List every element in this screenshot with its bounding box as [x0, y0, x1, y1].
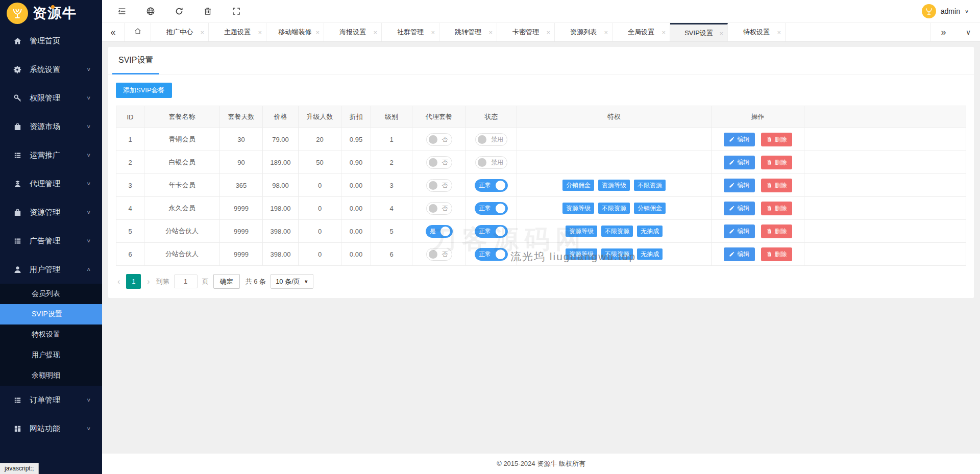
per-page-select[interactable]: 10 条/页 ∨	[271, 274, 313, 289]
privilege-badge: 资源等级	[598, 180, 630, 191]
tab-poster-settings[interactable]: 海报设置×	[324, 23, 382, 41]
agent-toggle[interactable]: 否	[426, 248, 452, 261]
tab-community-management[interactable]: 社群管理×	[382, 23, 439, 41]
column-header: 套餐名称	[144, 106, 220, 128]
chevron-down-icon: ∨	[86, 397, 91, 403]
status-toggle[interactable]: 正常	[475, 225, 508, 238]
sidebar-item-privilege-settings[interactable]: 特权设置	[0, 325, 102, 345]
edit-button[interactable]: 编辑	[724, 247, 755, 261]
close-icon[interactable]: ×	[662, 29, 666, 36]
edit-button[interactable]: 编辑	[724, 156, 755, 169]
refresh-icon[interactable]	[175, 7, 184, 16]
tab-card-key-management[interactable]: 卡密管理×	[497, 23, 555, 41]
sidebar-item-operation-promotion[interactable]: 运营推广∨	[0, 141, 102, 169]
topbar: admin ∨	[102, 0, 980, 22]
close-icon[interactable]: ×	[546, 29, 550, 36]
sidebar-item-site-features[interactable]: 网站功能∨	[0, 414, 102, 443]
edit-button[interactable]: 编辑	[724, 133, 755, 146]
sidebar-item-ad-management[interactable]: 广告管理∨	[0, 227, 102, 255]
close-icon[interactable]: ×	[719, 30, 723, 36]
sidebar-item-member-list[interactable]: 会员列表	[0, 284, 102, 304]
close-icon[interactable]: ×	[200, 29, 204, 36]
sidebar-item-resource-management[interactable]: 资源管理∨	[0, 198, 102, 227]
goto-page-input[interactable]	[174, 275, 198, 288]
tab-jump-management[interactable]: 跳转管理×	[439, 23, 497, 41]
confirm-page-button[interactable]: 确定	[213, 274, 240, 289]
sidebar-item-user-withdraw[interactable]: 用户提现	[0, 345, 102, 365]
tab-privilege-settings[interactable]: 特权设置×	[728, 23, 786, 41]
edit-button[interactable]: 编辑	[724, 224, 755, 238]
prev-page-button[interactable]: ‹	[116, 278, 121, 286]
agent-toggle[interactable]: 是	[426, 225, 453, 238]
globe-icon[interactable]	[146, 7, 155, 16]
agent-toggle[interactable]: 否	[426, 202, 452, 215]
cell-price: 98.00	[263, 174, 299, 197]
pencil-icon	[729, 205, 735, 211]
sidebar-item-permission-management[interactable]: 权限管理∨	[0, 84, 102, 112]
delete-button[interactable]: 删除	[761, 133, 792, 146]
delete-button[interactable]: 删除	[761, 224, 792, 238]
status-toggle[interactable]: 禁用	[475, 133, 507, 146]
sidebar-item-balance-detail[interactable]: 余额明细	[0, 365, 102, 386]
close-icon[interactable]: ×	[258, 29, 262, 36]
tab-theme-settings[interactable]: 主题设置×	[209, 23, 266, 41]
current-page[interactable]: 1	[126, 274, 141, 289]
fullscreen-icon[interactable]	[232, 7, 241, 16]
status-toggle[interactable]: 正常	[475, 179, 508, 192]
edit-button-label: 编辑	[738, 227, 750, 236]
column-header: 级别	[371, 106, 412, 128]
edit-button[interactable]: 编辑	[724, 202, 755, 215]
delete-button[interactable]: 删除	[761, 247, 792, 261]
close-icon[interactable]: ×	[431, 29, 435, 36]
close-icon[interactable]: ×	[604, 29, 608, 36]
agent-toggle[interactable]: 否	[426, 133, 452, 146]
sidebar-item-system-settings[interactable]: 系统设置∨	[0, 55, 102, 84]
tab-mobile-decorate[interactable]: 移动端装修×	[266, 23, 324, 41]
delete-button[interactable]: 删除	[761, 156, 792, 169]
next-page-button[interactable]: ›	[145, 278, 151, 286]
tab-svip-settings[interactable]: SVIP设置×	[670, 23, 728, 41]
edit-button[interactable]: 编辑	[724, 179, 755, 192]
svip-panel: SVIP设置 添加SVIP套餐 ID套餐名称套餐天数价格升级人数折扣级别代理套餐…	[108, 47, 974, 298]
per-page-value: 10 条/页	[276, 277, 300, 286]
delete-button-label: 删除	[775, 204, 787, 213]
cell-operations: 编辑删除	[712, 151, 804, 174]
status-toggle[interactable]: 正常	[475, 248, 508, 261]
cell-agent-package: 否	[412, 151, 466, 174]
user-menu[interactable]: admin ∨	[922, 4, 969, 18]
tab-resource-list[interactable]: 资源列表×	[555, 23, 612, 41]
copyright-text: © 2015-2024 资源牛 版权所有	[497, 459, 585, 468]
status-toggle[interactable]: 正常	[475, 202, 508, 215]
sidebar-item-resource-market[interactable]: 资源市场∨	[0, 112, 102, 141]
close-icon[interactable]: ×	[315, 29, 320, 36]
chevron-down-icon: ∨	[86, 209, 91, 215]
sidebar-item-order-management[interactable]: 订单管理∨	[0, 386, 102, 414]
agent-toggle[interactable]: 否	[426, 179, 452, 192]
close-icon[interactable]: ×	[777, 29, 781, 36]
tab-global-settings[interactable]: 全局设置×	[612, 23, 670, 41]
sidebar-item-agent-management[interactable]: 代理管理∨	[0, 169, 102, 198]
trash-icon[interactable]	[203, 7, 212, 16]
add-svip-button[interactable]: 添加SVIP套餐	[116, 83, 172, 98]
toggle-knob	[478, 135, 486, 144]
close-icon[interactable]: ×	[488, 29, 493, 36]
chevron-down-icon: ∨	[86, 123, 91, 129]
close-icon[interactable]: ×	[373, 29, 377, 36]
sidebar-item-user-management[interactable]: 用户管理∧	[0, 255, 102, 284]
cell-days: 9999	[220, 197, 263, 220]
delete-button[interactable]: 删除	[761, 179, 792, 192]
tabs-scroll-left-button[interactable]: «	[102, 23, 125, 41]
status-toggle[interactable]: 禁用	[475, 156, 507, 169]
privilege-badge: 资源等级	[566, 248, 597, 260]
agent-toggle[interactable]: 否	[426, 156, 452, 169]
tabs-dropdown-button[interactable]: ∨	[957, 23, 980, 41]
tab-home[interactable]	[125, 23, 151, 41]
collapse-icon[interactable]	[117, 7, 127, 16]
cell-operations: 编辑删除	[712, 220, 804, 243]
tab-promotion-center[interactable]: 推广中心×	[151, 23, 209, 41]
delete-button[interactable]: 删除	[761, 202, 792, 215]
toggle-label: 正常	[477, 181, 493, 190]
sidebar-item-home[interactable]: 管理首页	[0, 27, 102, 55]
sidebar-item-svip-settings[interactable]: SVIP设置	[0, 304, 102, 325]
tabs-scroll-right-button[interactable]: »	[930, 23, 957, 41]
